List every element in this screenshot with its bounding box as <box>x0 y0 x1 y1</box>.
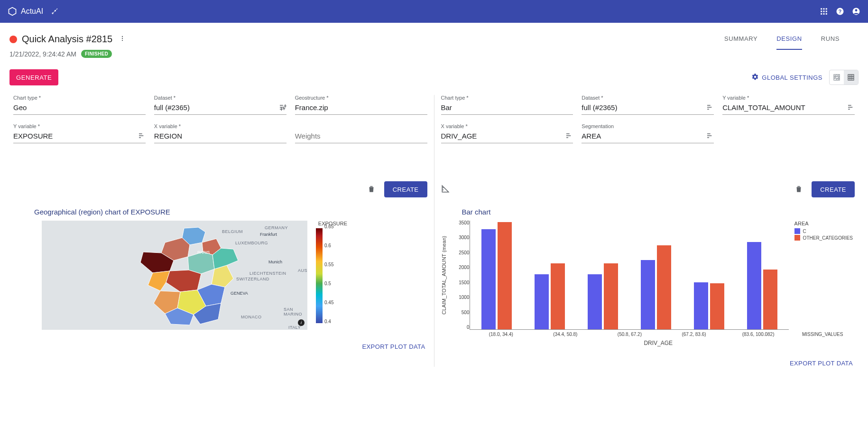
export-plot-data-link[interactable]: EXPORT PLOT DATA <box>13 343 427 350</box>
map-label: GERMANY <box>265 225 288 230</box>
field-dataset: Dataset * <box>154 95 286 115</box>
colorbar-tick: 0.6 <box>324 243 331 248</box>
delete-icon[interactable] <box>794 185 803 195</box>
view-chart-icon[interactable] <box>830 70 844 84</box>
bar-group <box>739 221 786 329</box>
tune-icon[interactable] <box>277 103 286 112</box>
global-settings-label: GLOBAL SETTINGS <box>762 74 822 81</box>
bar-series-other[interactable] <box>763 270 777 329</box>
bar-series-other[interactable] <box>710 283 724 329</box>
geostructure-input[interactable] <box>295 102 427 114</box>
segmentation-input[interactable] <box>582 130 704 143</box>
label: X variable * <box>154 123 286 129</box>
map-label: LUXEMBOURG <box>235 241 268 245</box>
help-icon[interactable]: ? <box>836 7 844 16</box>
create-button[interactable]: CREATE <box>384 181 427 197</box>
svg-marker-0 <box>9 8 16 16</box>
hexagon-logo-icon <box>8 7 17 16</box>
tune-icon[interactable] <box>136 132 146 141</box>
map-label: BELGIUM <box>222 229 243 234</box>
bar-series-other[interactable] <box>604 263 618 329</box>
tune-icon[interactable] <box>704 103 714 112</box>
svg-point-21 <box>122 40 123 41</box>
x-axis-ticks: (18.0, 34.4)(34.4, 50.8)(50.8, 67.2)(67.… <box>448 330 855 337</box>
label: Dataset * <box>582 95 714 101</box>
bar-series-c[interactable] <box>481 229 496 329</box>
bar-series-c[interactable] <box>588 274 602 329</box>
geo-map[interactable]: BELGIUM LUXEMBOURG GERMANY Frankfurt CZE… <box>42 221 307 330</box>
colorbar: EXPOSURE 0.650.60.550.50.450.4 <box>316 221 347 323</box>
right-panel: Chart type * Dataset * Y variable * X va… <box>434 95 862 367</box>
bar-series-c[interactable] <box>535 274 549 329</box>
field-x-variable: X variable * <box>154 123 286 143</box>
legend-label-other: OTHER_CATEGORIES <box>803 235 853 241</box>
tab-summary[interactable]: SUMMARY <box>724 32 757 50</box>
tab-design[interactable]: DESIGN <box>776 32 802 50</box>
y-tick: 3500 <box>459 221 469 225</box>
svg-point-19 <box>122 36 123 37</box>
delete-icon[interactable] <box>367 185 376 195</box>
map-city: Frankfurt <box>260 232 277 237</box>
y-variable-input[interactable] <box>13 130 136 143</box>
chart-type-input[interactable] <box>441 102 573 114</box>
chart-legend: AREA C OTHER_CATEGORIES <box>794 221 853 330</box>
weights-input[interactable] <box>295 130 427 143</box>
global-settings-button[interactable]: GLOBAL SETTINGS <box>751 73 822 82</box>
field-y-variable: Y variable * <box>13 123 146 143</box>
geo-chart-card: Geographical (region) chart of EXPOSURE <box>13 208 427 350</box>
view-grid-icon[interactable] <box>844 70 858 84</box>
bar-series-c[interactable] <box>747 242 761 329</box>
bar-series-c[interactable] <box>694 282 708 329</box>
legend-label-c: C <box>803 229 806 234</box>
bar-group <box>632 221 680 329</box>
map-label: MONACO <box>241 315 262 319</box>
tab-runs[interactable]: RUNS <box>821 32 840 50</box>
scatter-icon[interactable] <box>51 8 58 15</box>
svg-line-5 <box>55 9 57 10</box>
generate-button[interactable]: GENERATE <box>9 69 58 85</box>
ruler-icon[interactable] <box>441 185 450 195</box>
dataset-input[interactable] <box>582 102 704 114</box>
account-icon[interactable] <box>852 7 860 16</box>
svg-point-18 <box>855 9 858 11</box>
bar-series-other[interactable] <box>657 245 671 329</box>
x-variable-input[interactable] <box>154 130 286 143</box>
export-plot-data-link[interactable]: EXPORT PLOT DATA <box>441 360 855 367</box>
x-tick: (34.4, 50.8) <box>533 330 598 337</box>
label: Chart type * <box>13 95 146 101</box>
y-tick: 500 <box>462 310 470 315</box>
x-axis-label: DRIV_AGE <box>441 340 855 346</box>
map-attribution-icon[interactable]: i <box>298 319 305 326</box>
svg-point-20 <box>122 38 123 39</box>
more-actions-icon[interactable] <box>117 32 128 46</box>
brand: ActuAI <box>8 7 43 16</box>
bar-group <box>526 221 573 329</box>
apps-grid-icon[interactable] <box>820 7 828 16</box>
bar-series-c[interactable] <box>641 260 655 329</box>
tune-icon[interactable] <box>845 103 855 112</box>
app-bar: ActuAI ? <box>0 0 868 23</box>
status-dot-icon <box>9 36 17 43</box>
create-button[interactable]: CREATE <box>812 181 855 197</box>
colorbar-tick: 0.45 <box>324 300 333 305</box>
chart-type-input[interactable] <box>13 102 146 114</box>
svg-line-4 <box>53 11 55 13</box>
svg-marker-32 <box>188 252 214 274</box>
x-variable-input[interactable] <box>441 130 564 143</box>
app-name: ActuAI <box>21 7 43 16</box>
label: Chart type * <box>441 95 573 101</box>
bar-series-other[interactable] <box>551 263 565 329</box>
bar-chart-card: Bar chart CLAIM_TOTAL_AMOUNT (mean) 3500… <box>441 208 855 367</box>
tune-icon[interactable] <box>563 132 573 141</box>
map-label: AUSTRIA <box>298 268 307 273</box>
y-variable-input[interactable] <box>722 102 845 114</box>
label: Geostructure * <box>295 95 427 101</box>
dataset-input[interactable] <box>154 102 277 114</box>
tune-icon[interactable] <box>704 132 714 141</box>
svg-rect-9 <box>821 11 822 12</box>
bar-series-other[interactable] <box>498 222 512 329</box>
bar-plot[interactable] <box>470 221 789 330</box>
chart-title: Geographical (region) chart of EXPOSURE <box>34 208 427 216</box>
label: Y variable * <box>13 123 146 129</box>
colorbar-tick: 0.5 <box>324 281 331 286</box>
